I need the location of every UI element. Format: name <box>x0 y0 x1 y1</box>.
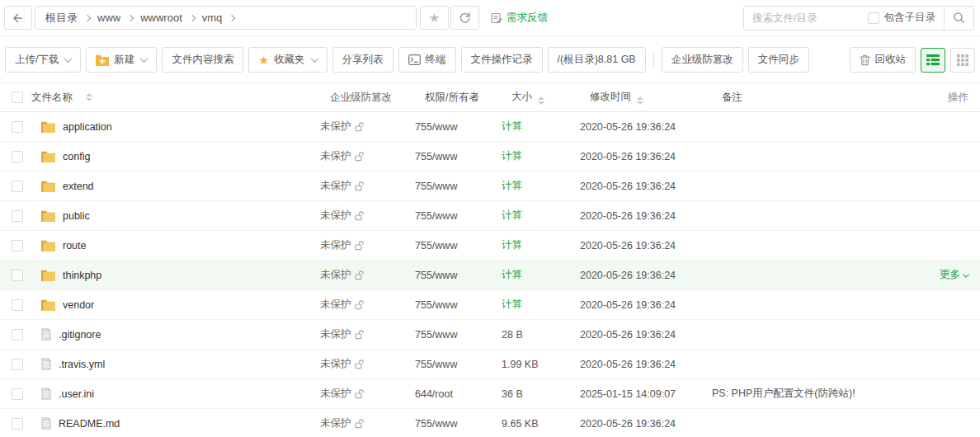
table-row[interactable]: config 未保护 755/www 计算 2020-05-26 19:36:2… <box>0 142 980 172</box>
table-row[interactable]: public 未保护 755/www 计算 2020-05-26 19:36:2… <box>0 201 980 231</box>
breadcrumb-item[interactable]: vmq <box>202 12 223 24</box>
table-row[interactable]: application 未保护 755/www 计算 2020-05-26 19… <box>0 112 980 142</box>
unlock-icon <box>355 152 365 162</box>
row-checkbox[interactable] <box>12 181 23 192</box>
table-row[interactable]: .gitignore 未保护 755/www 28 B 2020-05-26 1… <box>0 320 980 350</box>
perm-owner: 755/www <box>415 418 457 430</box>
table-row[interactable]: .user.ini 未保护 644/root 36 B 2025-01-15 1… <box>0 379 980 409</box>
sort-name-control[interactable] <box>86 93 92 101</box>
size-value: 计算 <box>502 269 522 280</box>
file-name[interactable]: vendor <box>63 299 94 311</box>
breadcrumb-item[interactable]: www <box>97 12 120 24</box>
file-name[interactable]: extend <box>63 181 94 192</box>
row-checkbox[interactable] <box>12 210 23 222</box>
include-subdir-checkbox[interactable] <box>868 12 879 24</box>
disk-usage-button[interactable]: /(根目录)8.81 GB <box>548 47 646 73</box>
file-sync-button[interactable]: 文件同步 <box>748 47 809 73</box>
unlock-icon <box>355 270 365 280</box>
tamper-proof-label: 企业级防篡改 <box>671 53 733 67</box>
toolbar-right: 回收站 <box>850 47 976 73</box>
grid-view-icon <box>957 54 968 66</box>
row-checkbox[interactable] <box>12 299 23 311</box>
row-checkbox[interactable] <box>12 121 23 133</box>
toolbar-separator <box>653 54 654 67</box>
tamper-status: 未保护 <box>320 416 351 430</box>
recycle-bin-button[interactable]: 回收站 <box>850 47 916 73</box>
chevron-down-icon <box>64 54 73 63</box>
unlock-icon <box>355 419 365 429</box>
sort-size-control[interactable] <box>538 96 544 105</box>
tamper-status: 未保护 <box>320 179 351 193</box>
file-name[interactable]: README.md <box>59 418 120 430</box>
chevron-down-icon <box>310 54 318 63</box>
content-search-button[interactable]: 文件内容搜索 <box>162 47 243 73</box>
file-name[interactable]: config <box>63 151 90 162</box>
chevron-down-icon <box>140 54 148 63</box>
table-row[interactable]: route 未保护 755/www 计算 2020-05-26 19:36:24 <box>0 231 980 261</box>
row-checkbox[interactable] <box>12 388 23 400</box>
table-row[interactable]: vendor 未保护 755/www 计算 2020-05-26 19:36:2… <box>0 290 980 320</box>
perm-owner: 755/www <box>415 151 457 162</box>
select-all-checkbox[interactable] <box>12 92 23 103</box>
breadcrumb-item[interactable]: 根目录 <box>45 11 78 26</box>
unlock-icon <box>355 389 365 399</box>
mtime-value: 2020-05-26 19:36:24 <box>580 418 676 430</box>
row-checkbox[interactable] <box>12 329 23 341</box>
file-name[interactable]: application <box>63 121 112 133</box>
search-input[interactable] <box>744 12 868 24</box>
favorite-path-button[interactable]: ★ <box>420 6 449 30</box>
mtime-value: 2020-05-26 19:36:24 <box>580 181 676 192</box>
size-value: 计算 <box>502 239 522 251</box>
favorites-button[interactable]: ★ 收藏夹 <box>248 47 327 73</box>
refresh-button[interactable] <box>450 6 479 30</box>
grid-view-button[interactable] <box>950 48 975 73</box>
row-checkbox[interactable] <box>12 418 23 430</box>
tamper-status: 未保护 <box>320 149 351 163</box>
file-name[interactable]: .travis.yml <box>59 359 105 370</box>
search-button[interactable] <box>944 7 973 30</box>
size-value: 9.65 KB <box>502 418 538 430</box>
more-link[interactable]: 更多 <box>940 268 960 282</box>
header-size: 大小 <box>511 91 532 102</box>
feedback-link[interactable]: 需求反馈 <box>491 11 548 25</box>
table-row[interactable]: .travis.yml 未保护 755/www 1.99 KB 2020-05-… <box>0 350 980 379</box>
list-view-icon <box>926 54 940 66</box>
file-name[interactable]: route <box>63 240 87 251</box>
mtime-value: 2020-05-26 19:36:24 <box>580 210 676 222</box>
unlock-icon <box>355 359 365 369</box>
row-checkbox[interactable] <box>12 270 23 281</box>
share-list-button[interactable]: 分享列表 <box>332 47 393 73</box>
star-icon: ★ <box>258 54 269 66</box>
file-ops-log-button[interactable]: 文件操作记录 <box>461 47 543 73</box>
breadcrumb-item[interactable]: wwwroot <box>140 12 182 24</box>
back-button[interactable] <box>4 6 32 30</box>
new-button[interactable]: 新建 <box>86 47 157 73</box>
table-row[interactable]: thinkphp 未保护 755/www 计算 2020-05-26 19:36… <box>0 261 980 290</box>
file-name[interactable]: .gitignore <box>59 329 101 341</box>
file-name[interactable]: thinkphp <box>63 270 101 281</box>
favorites-label: 收藏夹 <box>274 53 305 67</box>
tamper-proof-button[interactable]: 企业级防篡改 <box>662 47 743 73</box>
row-checkbox[interactable] <box>12 240 23 251</box>
terminal-icon <box>408 54 421 65</box>
list-view-button[interactable] <box>921 48 945 73</box>
file-icon <box>41 388 51 400</box>
row-checkbox[interactable] <box>12 151 23 162</box>
row-checkbox[interactable] <box>12 359 23 370</box>
header-tamper: 企业级防篡改 <box>330 91 392 105</box>
header-action: 操作 <box>948 91 968 105</box>
terminal-button[interactable]: 终端 <box>398 47 456 73</box>
upload-download-button[interactable]: 上传/下载 <box>5 47 81 73</box>
file-name[interactable]: public <box>63 210 90 222</box>
sort-mtime-control[interactable] <box>637 96 643 105</box>
include-subdir-label: 包含子目录 <box>884 11 936 25</box>
file-icon <box>41 328 51 341</box>
perm-owner: 755/www <box>415 240 457 251</box>
header-note: 备注 <box>722 92 742 103</box>
unlock-icon <box>355 211 365 221</box>
table-row[interactable]: extend 未保护 755/www 计算 2020-05-26 19:36:2… <box>0 172 980 201</box>
feedback-note-icon <box>491 12 502 24</box>
file-name[interactable]: .user.ini <box>59 388 94 400</box>
table-row[interactable]: README.md 未保护 755/www 9.65 KB 2020-05-26… <box>0 409 980 437</box>
folder-icon <box>41 299 55 311</box>
